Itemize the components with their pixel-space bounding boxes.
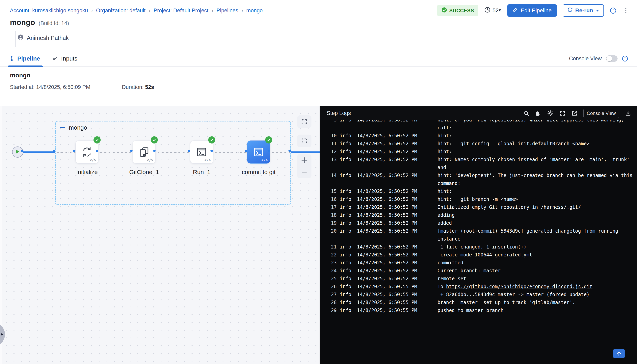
log-timestamp: 14/8/2025, 6:50:55 PM bbox=[357, 290, 434, 298]
console-view-label: Console View bbox=[569, 56, 602, 62]
marquee-select-icon bbox=[301, 138, 308, 144]
breadcrumb-separator: › bbox=[91, 8, 93, 14]
duration-label: Duration: bbox=[122, 84, 144, 90]
log-message-text: hint: bbox=[438, 132, 637, 140]
log-row: 18info14/8/2025, 6:50:52 PMadding bbox=[328, 211, 637, 219]
log-message: hint: bbox=[438, 148, 637, 156]
log-console-view-button[interactable]: Console View bbox=[584, 109, 619, 118]
tab-bar: Pipeline Inputs Console View bbox=[0, 50, 637, 67]
log-timestamp: 14/8/2025, 6:50:55 PM bbox=[357, 298, 434, 306]
log-settings-icon[interactable] bbox=[547, 110, 554, 116]
pipeline-node-run-1[interactable]: </> bbox=[190, 140, 213, 164]
pipeline-start-node[interactable] bbox=[12, 146, 23, 158]
edge-gitclone-to-run bbox=[158, 152, 190, 153]
tab-inputs-label: Inputs bbox=[61, 55, 78, 62]
log-message-text: + 82a6dbb...5843d9c master -> master (fo… bbox=[438, 290, 637, 298]
pipeline-node-commit-to-git[interactable]: </> bbox=[247, 140, 270, 164]
pipeline-node-initialize[interactable]: </> bbox=[76, 140, 98, 164]
log-line-number: 25 bbox=[328, 275, 337, 283]
stage-summary-meta: Started at: 14/8/2025, 6:50:09 PM Durati… bbox=[10, 84, 90, 90]
log-level: info bbox=[340, 195, 354, 203]
pipeline-node-wrapper-run-1: </>Run_1 bbox=[190, 140, 213, 164]
expand-panel-handle[interactable] bbox=[0, 324, 5, 344]
log-line-number: 18 bbox=[328, 211, 337, 219]
success-badge-icon bbox=[208, 136, 216, 144]
tab-inputs[interactable]: Inputs bbox=[52, 50, 78, 66]
log-row: 14info14/8/2025, 6:50:52 PMhint: 'develo… bbox=[328, 172, 637, 187]
stage-summary-name: mongo bbox=[10, 72, 30, 79]
log-message-text: [master (root-commit) 5843d9c] generated… bbox=[438, 227, 637, 235]
edit-pipeline-button[interactable]: Edit Pipeline bbox=[508, 4, 557, 17]
log-message-text: adding bbox=[438, 211, 637, 219]
log-download-icon[interactable] bbox=[625, 110, 631, 116]
breadcrumb-link-2[interactable]: Project: Default Project bbox=[154, 8, 208, 14]
log-timestamp: 14/8/2025, 6:50:52 PM bbox=[357, 156, 434, 164]
terminal-icon bbox=[196, 146, 208, 158]
log-line-number: 11 bbox=[328, 140, 337, 148]
user-avatar-icon bbox=[18, 34, 24, 42]
success-badge-icon bbox=[151, 136, 158, 144]
pipeline-node-gitclone-1[interactable]: </> bbox=[132, 140, 156, 164]
log-message: hint: 'development'. The just-created br… bbox=[438, 172, 637, 187]
scroll-to-top-button[interactable] bbox=[613, 349, 625, 358]
zoom-in-button[interactable] bbox=[300, 156, 308, 164]
log-line-number: 22 bbox=[328, 251, 337, 259]
rerun-label: Re-run bbox=[575, 7, 593, 14]
log-row: 16info14/8/2025, 6:50:52 PMhint: git bra… bbox=[328, 195, 637, 203]
duration-total: 52s bbox=[145, 84, 154, 90]
log-search-icon[interactable] bbox=[523, 110, 529, 116]
zoom-out-button[interactable] bbox=[300, 168, 308, 176]
connector-dot bbox=[153, 150, 156, 152]
tab-pipeline[interactable]: Pipeline bbox=[9, 50, 40, 66]
log-row: 24info14/8/2025, 6:50:52 PMCurrent branc… bbox=[328, 267, 637, 275]
log-copy-icon[interactable] bbox=[535, 110, 541, 116]
rerun-button[interactable]: Re-run bbox=[563, 4, 604, 17]
log-level: info bbox=[340, 306, 354, 314]
log-timestamp: 14/8/2025, 6:50:52 PM bbox=[357, 120, 434, 124]
canvas-select-button[interactable] bbox=[297, 134, 312, 147]
header-actions: SUCCESS 52s Edit Pipeline Re-run bbox=[437, 4, 629, 17]
canvas-fullscreen-button[interactable] bbox=[297, 115, 312, 128]
pipeline-canvas[interactable]: mongo </>Initialize</>GitClone_1</>Run_1… bbox=[0, 106, 320, 364]
log-link[interactable]: https://github.com/Sonichigo/economy-dis… bbox=[446, 284, 592, 289]
stage-label: mongo bbox=[69, 124, 87, 131]
canvas-zoom-controls bbox=[297, 154, 312, 178]
log-level: info bbox=[340, 298, 354, 306]
breadcrumb-link-0[interactable]: Account: kurosakiichigo.songoku bbox=[10, 8, 88, 14]
log-message-text: hint: bbox=[438, 148, 637, 156]
log-fullscreen-icon[interactable] bbox=[560, 110, 566, 116]
console-view-info-icon[interactable] bbox=[622, 56, 628, 62]
logs-toolbar: Console View bbox=[523, 109, 631, 118]
stage-collapse-icon[interactable] bbox=[60, 127, 65, 128]
breadcrumb-link-4[interactable]: mongo bbox=[246, 8, 263, 14]
pipeline-node-wrapper-gitclone-1: </>GitClone_1 bbox=[132, 140, 156, 164]
pipeline-node-wrapper-initialize: </>Initialize bbox=[76, 140, 98, 164]
node-label: commit to git bbox=[242, 169, 276, 176]
clone-icon bbox=[138, 146, 150, 158]
log-row: 20info14/8/2025, 6:50:52 PM[master (root… bbox=[328, 227, 637, 243]
page-title: mongo bbox=[10, 18, 35, 27]
log-message: 1 file changed, 1 insertion(+) bbox=[438, 243, 637, 251]
console-view-toggle[interactable] bbox=[606, 55, 618, 62]
success-check-icon bbox=[442, 7, 447, 14]
node-label: Run_1 bbox=[193, 169, 210, 176]
console-view-group: Console View bbox=[569, 55, 628, 62]
log-message-text: call: bbox=[438, 124, 637, 132]
log-line-number: 14 bbox=[328, 172, 337, 180]
log-line-number: 26 bbox=[328, 283, 337, 290]
pipeline-info-icon[interactable] bbox=[610, 7, 616, 14]
chevron-down-icon bbox=[596, 7, 600, 14]
breadcrumb-link-1[interactable]: Organization: default bbox=[96, 8, 146, 14]
log-timestamp: 14/8/2025, 6:50:52 PM bbox=[357, 251, 434, 259]
breadcrumb-link-3[interactable]: Pipelines bbox=[216, 8, 238, 14]
log-message-text: committed bbox=[438, 259, 637, 267]
success-badge-icon bbox=[265, 136, 272, 144]
log-message: branch 'master' set up to track 'gitlab/… bbox=[438, 298, 637, 306]
log-timestamp: 14/8/2025, 6:50:52 PM bbox=[357, 203, 434, 211]
log-row: 22info14/8/2025, 6:50:52 PM create mode … bbox=[328, 251, 637, 259]
log-level: info bbox=[340, 211, 354, 219]
status-label: SUCCESS bbox=[450, 8, 474, 14]
stage-header: mongo bbox=[60, 124, 87, 131]
kebab-menu-icon[interactable] bbox=[622, 7, 629, 14]
log-open-in-new-icon[interactable] bbox=[572, 110, 578, 116]
